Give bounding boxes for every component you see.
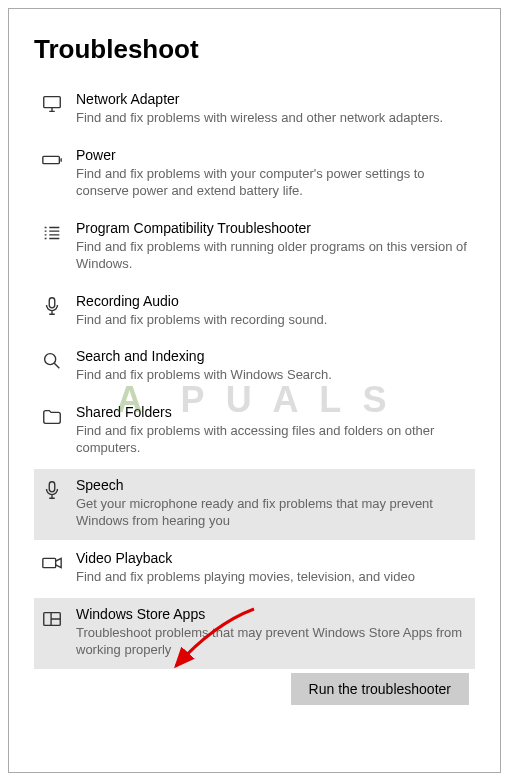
item-title: Recording Audio (76, 293, 467, 309)
item-desc: Find and fix problems with Windows Searc… (76, 366, 467, 384)
item-desc: Find and fix problems with wireless and … (76, 109, 467, 127)
item-desc: Find and fix problems playing movies, te… (76, 568, 467, 586)
battery-icon (38, 147, 66, 171)
troubleshoot-item-recording-audio[interactable]: Recording Audio Find and fix problems wi… (34, 285, 475, 339)
item-desc: Find and fix problems with accessing fil… (76, 422, 467, 457)
item-title: Program Compatibility Troubleshooter (76, 220, 467, 236)
folder-icon (38, 404, 66, 428)
troubleshoot-item-video-playback[interactable]: Video Playback Find and fix problems pla… (34, 542, 475, 596)
svg-point-3 (45, 354, 56, 365)
troubleshoot-item-windows-store-apps[interactable]: Windows Store Apps Troubleshoot problems… (34, 598, 475, 669)
item-title: Shared Folders (76, 404, 467, 420)
monitor-icon (38, 91, 66, 115)
search-icon (38, 348, 66, 372)
item-title: Power (76, 147, 467, 163)
item-title: Speech (76, 477, 467, 493)
troubleshoot-item-speech[interactable]: Speech Get your microphone ready and fix… (34, 469, 475, 540)
item-title: Search and Indexing (76, 348, 467, 364)
troubleshoot-item-shared-folders[interactable]: Shared Folders Find and fix problems wit… (34, 396, 475, 467)
troubleshoot-item-network-adapter[interactable]: Network Adapter Find and fix problems wi… (34, 83, 475, 137)
svg-rect-1 (43, 156, 60, 163)
item-desc: Troubleshoot problems that may prevent W… (76, 624, 467, 659)
page-title: Troubleshoot (34, 34, 475, 65)
troubleshoot-item-program-compatibility[interactable]: Program Compatibility Troubleshooter Fin… (34, 212, 475, 283)
svg-rect-4 (49, 482, 55, 492)
item-title: Video Playback (76, 550, 467, 566)
item-title: Windows Store Apps (76, 606, 467, 622)
item-desc: Find and fix problems with recording sou… (76, 311, 467, 329)
video-icon (38, 550, 66, 574)
apps-grid-icon (38, 606, 66, 630)
svg-rect-2 (49, 297, 55, 307)
microphone-icon (38, 293, 66, 317)
list-icon (38, 220, 66, 244)
run-troubleshooter-button[interactable]: Run the troubleshooter (291, 673, 469, 705)
item-title: Network Adapter (76, 91, 467, 107)
troubleshoot-item-search-indexing[interactable]: Search and Indexing Find and fix problem… (34, 340, 475, 394)
svg-rect-5 (43, 558, 56, 567)
item-desc: Find and fix problems with running older… (76, 238, 467, 273)
microphone-icon (38, 477, 66, 501)
troubleshoot-item-power[interactable]: Power Find and fix problems with your co… (34, 139, 475, 210)
item-desc: Get your microphone ready and fix proble… (76, 495, 467, 530)
svg-rect-0 (44, 97, 61, 108)
item-desc: Find and fix problems with your computer… (76, 165, 467, 200)
